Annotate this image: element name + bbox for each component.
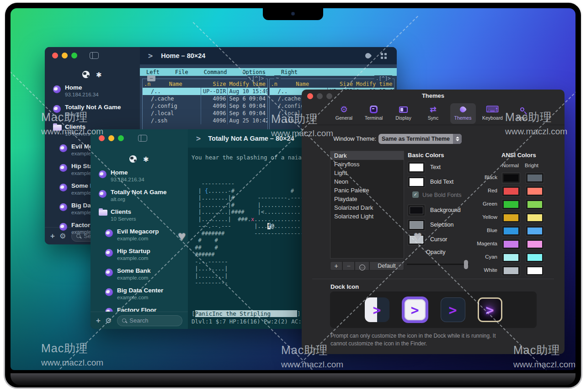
mc-menubar[interactable]: LeftFileCommandOptionsRight: [140, 68, 397, 76]
sidebar-toggle-icon[interactable]: [90, 52, 99, 59]
server-item[interactable]: Home93.184.216.34: [91, 168, 188, 187]
mc-file-row[interactable]: /.config4096Sep 6 09:04: [143, 102, 267, 110]
window-theme-popup[interactable]: Same as Terminal Theme: [378, 134, 462, 144]
more-options-button[interactable]: …: [355, 261, 369, 270]
ansi-normal-swatch[interactable]: [502, 199, 520, 210]
sidebar-toolbar: ✱: [82, 71, 102, 78]
server-item[interactable]: Totally Not A Gamealt.org: [91, 187, 188, 207]
themes-titlebar[interactable]: Themes: [302, 90, 565, 102]
drop-icon: [458, 105, 467, 113]
server-item[interactable]: Big Data Centerexample.com: [91, 286, 188, 305]
add-server-button[interactable]: +: [50, 232, 55, 241]
asterisk-icon[interactable]: ✱: [143, 156, 149, 163]
ansi-bright-swatch[interactable]: [526, 199, 544, 210]
add-theme-button[interactable]: +: [330, 261, 342, 270]
server-item[interactable]: Evil Megacorpexample.com: [91, 227, 188, 246]
default-button[interactable]: Default: [369, 261, 404, 270]
ansi-bright-swatch[interactable]: [526, 252, 544, 263]
ansi-normal-swatch[interactable]: [502, 173, 520, 183]
server-item[interactable]: Home93.184.216.34: [45, 83, 140, 102]
add-server-button[interactable]: +: [96, 316, 101, 325]
ansi-normal-swatch[interactable]: [502, 252, 520, 263]
zoom-button[interactable]: [71, 53, 77, 58]
file-size: 4096: [201, 110, 227, 117]
mc-menu-options[interactable]: Options: [242, 69, 266, 75]
mc-menu-left[interactable]: Left: [146, 69, 160, 75]
theme-drop-icon[interactable]: [364, 52, 372, 60]
opacity-slider[interactable]: [407, 264, 469, 265]
mc-minibox[interactable]: –: [147, 75, 155, 81]
sidebar-toggle-icon[interactable]: [138, 135, 147, 142]
tab-themes[interactable]: Themes: [450, 103, 476, 124]
cursor-color-well[interactable]: [408, 234, 425, 245]
theme-list-item[interactable]: Solarized Dark: [330, 203, 404, 212]
ansi-normal-swatch[interactable]: [502, 212, 520, 223]
close-button[interactable]: [52, 53, 58, 58]
ansi-bright-swatch[interactable]: [526, 226, 544, 236]
tab-terminal[interactable]: Terminal: [361, 103, 387, 124]
selection-color-label: Selection: [430, 222, 453, 228]
ansi-row-label: Yellow: [470, 214, 497, 220]
globe-icon[interactable]: [129, 155, 137, 163]
mc-menu-file[interactable]: File: [175, 69, 188, 75]
tab-keys[interactable]: Keys: [510, 103, 535, 124]
theme-list-item[interactable]: Fairyfloss: [330, 160, 404, 169]
theme-list-item[interactable]: Panic Palette: [330, 186, 404, 195]
server-item[interactable]: Some Bankexample.com: [91, 266, 188, 286]
ansi-bright-swatch[interactable]: [526, 265, 544, 276]
use-bold-fonts-checkbox[interactable]: ✓: [412, 191, 419, 198]
close-button[interactable]: [99, 135, 105, 141]
tab-sync[interactable]: Sync: [421, 103, 446, 124]
ansi-normal-swatch[interactable]: [502, 265, 520, 276]
slider-thumb[interactable]: [464, 260, 468, 269]
mc-file-row[interactable]: /.cache4096Sep 6 09:04: [143, 95, 267, 102]
theme-list-item[interactable]: Neon: [330, 177, 404, 186]
background-color-well[interactable]: [408, 205, 425, 216]
watermark: Mac助理www.maczl.com: [41, 341, 103, 368]
gear-icon[interactable]: ⚙: [59, 232, 66, 240]
ansi-normal-swatch[interactable]: [502, 186, 520, 196]
server-item[interactable]: Totally Not A Gamealt.org: [45, 102, 140, 122]
tab-general[interactable]: General: [331, 103, 357, 124]
tab-keyboard[interactable]: Keyboard: [480, 103, 506, 124]
server-name: Big Data Center: [117, 287, 163, 294]
mc-menu-right[interactable]: Right: [281, 69, 298, 75]
minimize-button[interactable]: [62, 53, 68, 58]
selection-color-well[interactable]: [408, 219, 425, 231]
theme-list-item[interactable]: Playdate: [330, 195, 404, 203]
globe-icon[interactable]: [82, 71, 90, 78]
theme-list-item[interactable]: Light: [330, 169, 404, 177]
mc-menu-command[interactable]: Command: [204, 69, 227, 75]
server-item[interactable]: Clients10 Servers: [91, 207, 188, 227]
search-field[interactable]: Search: [117, 315, 182, 326]
gear-icon[interactable]: ⚙: [105, 316, 112, 325]
panes-icon[interactable]: [381, 53, 387, 59]
dock-icon-split[interactable]: >: [365, 297, 389, 322]
zoom-button[interactable]: [118, 135, 124, 141]
minimize-button[interactable]: [108, 135, 114, 141]
dock-icon-dark[interactable]: >: [441, 297, 465, 322]
asterisk-icon[interactable]: ✱: [96, 71, 102, 78]
ansi-bright-swatch[interactable]: [526, 186, 544, 196]
server-subtitle: 10 Servers: [65, 131, 91, 138]
home-titlebar[interactable]: > Home – 80×24: [140, 47, 397, 64]
dock-icon-light[interactable]: >: [405, 299, 426, 320]
server-item[interactable]: Hip Startupexample.com: [91, 246, 188, 266]
ansi-normal-swatch[interactable]: [502, 239, 520, 249]
remove-theme-button[interactable]: −: [342, 261, 355, 270]
ansi-bright-swatch[interactable]: [526, 239, 544, 249]
tab-display[interactable]: Display: [391, 103, 416, 124]
theme-list-item[interactable]: Solarized Light: [330, 212, 404, 221]
ansi-normal-swatch[interactable]: [502, 226, 520, 236]
ansi-bright-swatch[interactable]: [526, 173, 544, 183]
preferences-toolbar: GeneralTerminalDisplaySyncThemesKeyboard…: [302, 103, 565, 125]
theme-list-item[interactable]: Dark: [330, 151, 404, 160]
bold-text-color-well[interactable]: [408, 176, 425, 188]
ansi-bright-swatch[interactable]: [526, 212, 544, 223]
dock-icon-retro[interactable]: >: [478, 297, 502, 322]
mc-file-row[interactable]: /..UP--DIRAug 10 15:49: [143, 88, 267, 95]
mc-header-row: .n Name Size Modify time: [270, 80, 394, 88]
mc-file-row[interactable]: /.local4096Sep 6 09:04: [143, 110, 267, 117]
text-color-well[interactable]: [408, 162, 425, 173]
mc-file-row[interactable]: /.ssh4096Aug 25 10:42: [143, 117, 267, 124]
